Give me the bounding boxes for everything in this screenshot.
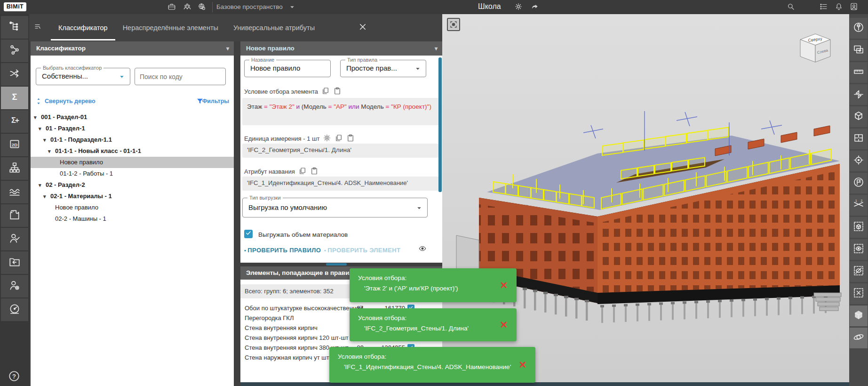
tree-item[interactable]: 01-1-2 - Работы - 1	[31, 168, 234, 179]
tool-folder-export[interactable]	[1, 251, 28, 274]
paste-icon[interactable]	[333, 87, 342, 96]
account-icon[interactable]	[850, 2, 859, 12]
copy-icon[interactable]	[334, 134, 343, 144]
tree-item[interactable]: ▾02 - Раздел-2	[31, 179, 234, 191]
view-tool-orbit[interactable]	[850, 328, 868, 348]
view-tool-tree-view[interactable]	[850, 18, 868, 39]
volume-checkbox[interactable]	[244, 230, 253, 238]
tree-item[interactable]: 02-2 - Машины - 1	[31, 213, 234, 225]
tab-0[interactable]: Классификатор	[51, 16, 115, 40]
check-rule-button[interactable]: ПРОВЕРИТЬ ПРАВИЛО	[244, 247, 321, 254]
volume-checkbox-label[interactable]: Выгружать объем материалов	[258, 231, 348, 238]
view-tool-screens[interactable]	[850, 40, 868, 61]
view-tool-section-plane[interactable]	[850, 84, 868, 105]
tree-caret-icon[interactable]: ▾	[48, 145, 51, 157]
tool-relations[interactable]	[1, 40, 28, 62]
chevron-down-icon[interactable]	[288, 3, 296, 13]
filters-link[interactable]: Фильтры	[202, 98, 229, 105]
notifications-icon[interactable]	[835, 2, 844, 12]
attribute-value-box[interactable]: 'IFC_1_Идентификация_Стены/4. ADSK_Наиме…	[242, 177, 440, 191]
view-tool-show-box[interactable]	[850, 239, 868, 260]
chevron-down-icon[interactable]: ▾	[435, 41, 438, 56]
resize-handle[interactable]	[326, 263, 347, 265]
search-icon[interactable]	[787, 2, 796, 12]
tool-orgchart[interactable]	[1, 157, 28, 180]
navigation-cube[interactable]: Сверху Слева	[796, 29, 835, 65]
briefcase-icon[interactable]	[167, 2, 177, 12]
share-icon[interactable]	[531, 2, 540, 12]
viewport-capture-icon[interactable]	[447, 18, 460, 31]
chevron-down-icon[interactable]	[415, 204, 423, 212]
workspace-select[interactable]: Базовое пространство	[216, 3, 283, 10]
view-tool-hide-box[interactable]	[850, 261, 868, 282]
tool-puzzle[interactable]	[1, 204, 28, 227]
globe-clock-icon[interactable]	[198, 2, 207, 12]
tool-sum[interactable]: Σ	[1, 87, 28, 109]
view-tool-solid-cube[interactable]	[850, 306, 868, 326]
tool-sum-plus[interactable]: Σ	[1, 110, 28, 133]
tool-shuffle[interactable]	[1, 63, 28, 86]
collapse-panel-icon[interactable]	[34, 23, 44, 33]
copy-icon[interactable]	[298, 167, 307, 177]
expand-collapse-icon[interactable]	[34, 97, 43, 105]
menu-list-icon[interactable]	[820, 2, 829, 12]
tab-1[interactable]: Нераспределённые элементы	[115, 16, 226, 40]
tree-item[interactable]: Новое правило	[31, 202, 234, 213]
rule-panel-header[interactable]: Новое правило ▾	[240, 41, 442, 56]
view-tool-flag[interactable]	[850, 173, 868, 193]
view-tool-isolate-box[interactable]	[850, 217, 868, 238]
view-tool-locate[interactable]	[850, 151, 868, 171]
view-tool-section-box[interactable]	[850, 106, 868, 127]
tree-item[interactable]: ▾02-1 - Материалы - 1	[31, 191, 234, 202]
check-element-button[interactable]: ПРОВЕРИТЬ ЭЛЕМЕНТ	[324, 247, 400, 254]
toast-close-icon[interactable]: ✕	[499, 320, 509, 330]
tree-item[interactable]: ▾001 - Раздел-01	[31, 112, 234, 123]
tool-chart[interactable]	[1, 181, 28, 203]
unit-value-box[interactable]: 'IFC_2_Геометрия_Стены/1. Длина'	[242, 144, 440, 158]
gear-icon[interactable]	[514, 2, 524, 12]
rule-name-label: Название	[249, 57, 276, 63]
view-tool-axes[interactable]: 12	[850, 195, 868, 216]
tool-user-check[interactable]	[1, 228, 28, 250]
classifier-select[interactable]: Выбрать классификатор Собственны...	[36, 68, 130, 85]
paste-icon[interactable]	[310, 167, 319, 177]
tree-caret-icon[interactable]: ▾	[39, 123, 41, 134]
view-tool-ruler[interactable]	[850, 62, 868, 83]
chevron-down-icon[interactable]: ▾	[226, 41, 229, 56]
chevron-down-icon[interactable]	[118, 72, 126, 81]
tool-user-pin[interactable]	[1, 275, 28, 298]
tree-item[interactable]: ▾01-1-1 - Новый класс - 01-1-1	[31, 145, 234, 157]
help-icon[interactable]: ?	[8, 370, 21, 383]
tool-two-d[interactable]: 2D	[1, 134, 28, 156]
export-type-select[interactable]: Тип выгрузки Выгрузка по умолчанию	[242, 198, 428, 217]
tree-caret-icon[interactable]: ▾	[43, 134, 46, 145]
tab-2[interactable]: Универсальные атрибуты	[226, 16, 322, 40]
tool-classifier-tree[interactable]	[1, 16, 28, 39]
team-icon[interactable]	[183, 2, 192, 12]
close-icon[interactable]	[358, 23, 369, 33]
tree-caret-icon[interactable]: ▾	[43, 191, 46, 202]
copy-icon[interactable]	[321, 87, 330, 96]
tree-caret-icon[interactable]: ▾	[34, 112, 37, 123]
condition-box[interactable]: Этаж = "Этаж 2" и (Модель = "АР" или Мод…	[242, 98, 440, 125]
paste-icon[interactable]	[346, 134, 355, 144]
rule-type-select[interactable]: Тип правила Простое прав...	[340, 60, 426, 77]
view-tool-floorplan[interactable]	[850, 129, 868, 149]
tree-item[interactable]: ▾01 - Раздел-1	[31, 123, 234, 134]
classifier-panel-header[interactable]: Классификатор ▾	[31, 41, 234, 56]
rule-name-field[interactable]: Название Новое правило	[244, 60, 331, 77]
eye-icon[interactable]	[418, 244, 430, 256]
tree-caret-icon[interactable]: ▾	[39, 179, 41, 191]
gear-icon[interactable]	[323, 134, 331, 144]
code-search-input[interactable]	[135, 68, 226, 85]
collapse-tree-link[interactable]: Свернуть дерево	[45, 98, 96, 105]
app-logo[interactable]: BiMiT	[4, 2, 26, 11]
chevron-down-icon[interactable]	[414, 64, 422, 73]
tree-item[interactable]: ▾01-1 - Подраздел-1.1	[31, 134, 234, 145]
toast-close-icon[interactable]: ✕	[499, 280, 509, 290]
tree-item[interactable]: Новое правило	[31, 157, 234, 168]
form-scrollbar[interactable]	[438, 57, 442, 192]
tool-gauge[interactable]	[1, 298, 28, 321]
view-tool-clear-box[interactable]	[850, 283, 868, 304]
toast-close-icon[interactable]: ✕	[518, 360, 528, 370]
